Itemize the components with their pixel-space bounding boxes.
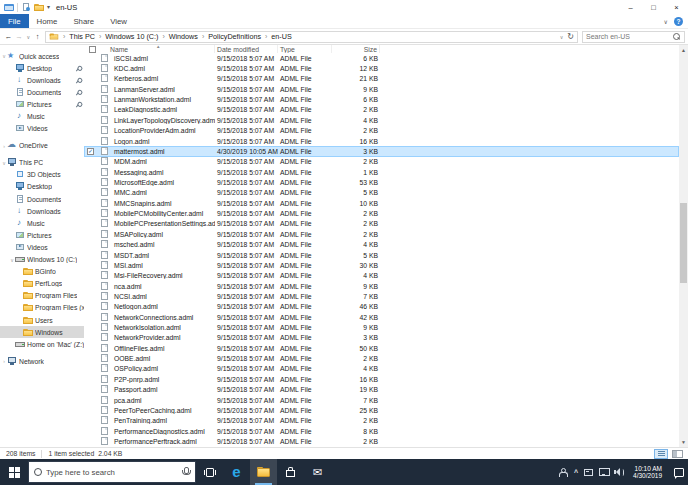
- breadcrumb-item[interactable]: PolicyDefinitions: [207, 32, 262, 41]
- file-row[interactable]: Messaging.adml9/15/2018 5:07 AMADML File…: [84, 167, 679, 177]
- file-row[interactable]: MSDT.adml9/15/2018 5:07 AMADML File5 KB: [84, 250, 679, 260]
- file-row[interactable]: LanmanWorkstation.adml9/15/2018 5:07 AMA…: [84, 94, 679, 104]
- sidebar-item-videos[interactable]: Videos: [0, 241, 84, 253]
- microphone-icon[interactable]: [181, 467, 190, 477]
- breadcrumb-item[interactable]: Windows: [168, 32, 199, 41]
- file-row[interactable]: LeakDiagnostic.adml9/15/2018 5:07 AMADML…: [84, 105, 679, 115]
- menu-tab-file[interactable]: File: [0, 14, 29, 28]
- sidebar-item-3d-objects[interactable]: 3D Objects: [0, 169, 84, 181]
- taskbar-search-box[interactable]: Type here to search: [28, 461, 196, 483]
- file-row[interactable]: P2P-pnrp.adml9/15/2018 5:07 AMADML File1…: [84, 374, 679, 384]
- action-center-icon[interactable]: [674, 468, 684, 477]
- large-icons-view-button[interactable]: [670, 449, 684, 459]
- details-view-button[interactable]: [654, 449, 668, 459]
- sidebar-item-windows[interactable]: Windows: [0, 326, 84, 338]
- taskbar-store-icon[interactable]: [277, 459, 304, 485]
- file-row[interactable]: MSAPolicy.adml9/15/2018 5:07 AMADML File…: [84, 229, 679, 239]
- maximize-button[interactable]: □: [642, 0, 665, 14]
- file-row[interactable]: MobilePCPresentationSettings.adml9/15/20…: [84, 219, 679, 229]
- chevron-up-icon[interactable]: ^: [574, 468, 578, 477]
- volume-icon[interactable]: [614, 468, 625, 477]
- new-folder-icon[interactable]: [34, 3, 44, 12]
- column-header-type[interactable]: Type: [278, 45, 332, 53]
- sidebar-item-program-files-x86[interactable]: Program Files (x86): [0, 302, 84, 314]
- sidebar-item-onedrive[interactable]: ›OneDrive: [0, 140, 84, 152]
- file-row[interactable]: MSI.adml9/15/2018 5:07 AMADML File30 KB: [84, 260, 679, 270]
- help-icon[interactable]: ?: [674, 17, 683, 26]
- file-row[interactable]: Kerberos.adml9/15/2018 5:07 AMADML File2…: [84, 74, 679, 84]
- file-row[interactable]: NetworkConnections.adml9/15/2018 5:07 AM…: [84, 312, 679, 322]
- sidebar-item-downloads[interactable]: Downloads: [0, 205, 84, 217]
- file-row[interactable]: NCSI.adml9/15/2018 5:07 AMADML File7 KB: [84, 291, 679, 301]
- file-row[interactable]: OSPolicy.adml9/15/2018 5:07 AMADML File4…: [84, 364, 679, 374]
- sidebar-item-videos[interactable]: Videos: [0, 123, 84, 135]
- file-row[interactable]: pca.adml9/15/2018 5:07 AMADML File7 KB: [84, 395, 679, 405]
- sidebar-item-windows-10-c[interactable]: ∨Windows 10 (C:): [0, 254, 84, 266]
- sidebar-item-home-on-mac-z[interactable]: Home on 'Mac' (Z:): [0, 338, 84, 350]
- file-row[interactable]: Passport.adml9/15/2018 5:07 AMADML File1…: [84, 385, 679, 395]
- sidebar-item-music[interactable]: Music: [0, 110, 84, 122]
- file-row[interactable]: PerformancePerftrack.adml9/15/2018 5:07 …: [84, 436, 679, 446]
- sort-ascending-icon[interactable]: ▲: [156, 45, 160, 49]
- menu-tab-share[interactable]: Share: [65, 14, 102, 28]
- file-row[interactable]: NetworkIsolation.adml9/15/2018 5:07 AMAD…: [84, 322, 679, 332]
- sidebar-item-this-pc[interactable]: ∨This PC: [0, 157, 84, 169]
- file-row[interactable]: MMCSnapins.adml9/15/2018 5:07 AMADML Fil…: [84, 198, 679, 208]
- file-row[interactable]: NetworkProvider.adml9/15/2018 5:07 AMADM…: [84, 333, 679, 343]
- file-row[interactable]: Logon.adml9/15/2018 5:07 AMADML File16 K…: [84, 136, 679, 146]
- scrollbar-thumb[interactable]: [680, 203, 687, 283]
- properties-icon[interactable]: [21, 3, 31, 12]
- taskbar-clock[interactable]: 10:10 AM 4/30/2019: [633, 465, 662, 480]
- menu-tab-home[interactable]: Home: [29, 14, 66, 28]
- forward-button[interactable]: →: [14, 32, 25, 41]
- scroll-down-icon[interactable]: ▼: [679, 437, 688, 447]
- file-row[interactable]: MicrosoftEdge.adml9/15/2018 5:07 AMADML …: [84, 177, 679, 187]
- file-row[interactable]: LanmanServer.adml9/15/2018 5:07 AMADML F…: [84, 84, 679, 94]
- sidebar-item-documents[interactable]: Documents: [0, 193, 84, 205]
- sidebar-item-perflogs[interactable]: PerfLogs: [0, 278, 84, 290]
- customize-toolbar-dropdown-icon[interactable]: ▾: [47, 3, 50, 12]
- sidebar-item-program-files[interactable]: Program Files: [0, 290, 84, 302]
- file-row[interactable]: Msi-FileRecovery.adml9/15/2018 5:07 AMAD…: [84, 271, 679, 281]
- sidebar-item-pictures[interactable]: Pictures: [0, 98, 84, 110]
- file-row[interactable]: ✓mattermost.adml4/30/2019 10:05 AMADML F…: [84, 146, 679, 156]
- sidebar-item-desktop[interactable]: Desktop: [0, 62, 84, 74]
- file-row[interactable]: PerformanceDiagnostics.adml9/15/2018 5:0…: [84, 426, 679, 436]
- expand-ribbon-icon[interactable]: ∨: [664, 18, 668, 25]
- file-row[interactable]: LinkLayerTopologyDiscovery.adml9/15/2018…: [84, 115, 679, 125]
- sidebar-item-downloads[interactable]: Downloads: [0, 74, 84, 86]
- search-icon[interactable]: [673, 33, 681, 41]
- sidebar-item-quick-access[interactable]: ∨Quick access: [0, 50, 84, 62]
- select-all-checkbox[interactable]: [89, 46, 96, 53]
- scroll-up-icon[interactable]: ▲: [679, 45, 688, 55]
- taskbar-file-explorer-icon[interactable]: [250, 459, 277, 485]
- sidebar-item-documents[interactable]: Documents: [0, 86, 84, 98]
- file-row[interactable]: KDC.adml9/15/2018 5:07 AMADML File12 KB: [84, 63, 679, 73]
- up-button[interactable]: ↑: [32, 32, 43, 41]
- sidebar-item-users[interactable]: Users: [0, 314, 84, 326]
- file-row[interactable]: Netlogon.adml9/15/2018 5:07 AMADML File4…: [84, 302, 679, 312]
- sidebar-item-music[interactable]: Music: [0, 217, 84, 229]
- file-row[interactable]: PenTraining.adml9/15/2018 5:07 AMADML Fi…: [84, 416, 679, 426]
- menu-tab-view[interactable]: View: [102, 14, 135, 28]
- taskbar-task-view-icon[interactable]: [196, 459, 223, 485]
- breadcrumb-item[interactable]: This PC: [68, 32, 96, 41]
- column-header-date-modified[interactable]: Date modified: [215, 45, 278, 53]
- vertical-scrollbar[interactable]: ▲ ▼: [679, 45, 688, 447]
- file-row[interactable]: MobilePCMobilityCenter.adml9/15/2018 5:0…: [84, 208, 679, 218]
- close-button[interactable]: ×: [665, 0, 688, 14]
- file-row[interactable]: LocationProviderAdm.adml9/15/2018 5:07 A…: [84, 126, 679, 136]
- breadcrumb-item[interactable]: en-US: [270, 32, 292, 41]
- address-dropdown-icon[interactable]: ∨: [560, 34, 564, 40]
- refresh-icon[interactable]: ↻: [567, 32, 574, 42]
- back-button[interactable]: ←: [3, 32, 14, 41]
- sidebar-item-network[interactable]: ›Network: [0, 355, 84, 367]
- sidebar-item-desktop[interactable]: Desktop: [0, 181, 84, 193]
- file-row[interactable]: MMC.adml9/15/2018 5:07 AMADML File5 KB: [84, 188, 679, 198]
- file-row[interactable]: MDM.adml9/15/2018 5:07 AMADML File2 KB: [84, 157, 679, 167]
- taskbar-mail-icon[interactable]: ✉: [304, 459, 331, 485]
- address-box[interactable]: ›This PC›Windows 10 (C:)›Windows›PolicyD…: [45, 31, 578, 43]
- network-icon[interactable]: [599, 468, 608, 476]
- people-icon[interactable]: [558, 468, 568, 477]
- sidebar-item-pictures[interactable]: Pictures: [0, 229, 84, 241]
